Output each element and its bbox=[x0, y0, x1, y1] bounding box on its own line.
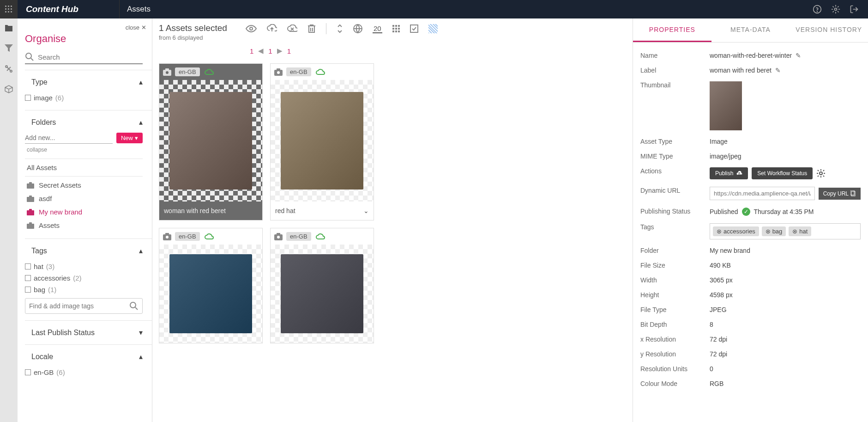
folder-item[interactable]: asdf bbox=[25, 192, 143, 205]
new-folder-button[interactable]: New ▾ bbox=[116, 133, 143, 143]
copy-url-button[interactable]: Copy URL bbox=[819, 188, 861, 200]
svg-point-14 bbox=[26, 53, 31, 59]
grid-view-icon[interactable] bbox=[392, 25, 400, 32]
asset-card[interactable]: en-GB red hat⌄ bbox=[270, 63, 374, 220]
tags-container[interactable]: ⊗accessories ⊗bag ⊗hat bbox=[710, 223, 861, 239]
page-next[interactable]: ▶ bbox=[277, 47, 283, 55]
remove-tag-icon: ⊗ bbox=[766, 228, 771, 235]
search-icon[interactable] bbox=[129, 301, 139, 311]
cloud-icon bbox=[205, 233, 214, 240]
page-first[interactable]: 1 bbox=[250, 47, 253, 55]
actions-gear-icon[interactable] bbox=[816, 169, 826, 178]
svg-rect-19 bbox=[27, 210, 34, 215]
dynamic-url-input[interactable] bbox=[710, 187, 815, 200]
section-last-publish[interactable]: Last Publish Status▾ bbox=[25, 323, 152, 342]
tag-search-input[interactable] bbox=[29, 302, 129, 310]
asset-name: red hat bbox=[275, 207, 295, 214]
chevron-down-icon[interactable]: ⌄ bbox=[363, 207, 369, 214]
workflow-button[interactable]: Set Workflow Status bbox=[752, 167, 813, 179]
edit-name-icon[interactable]: ✎ bbox=[796, 52, 801, 59]
svg-rect-21 bbox=[27, 224, 34, 229]
collapse-folders[interactable]: collapse bbox=[25, 146, 143, 157]
rail-filter-icon[interactable] bbox=[4, 43, 14, 54]
apps-menu-button[interactable] bbox=[0, 0, 18, 18]
locale-checkbox[interactable]: en-GB (6) bbox=[25, 367, 143, 378]
trash-icon[interactable] bbox=[307, 24, 316, 33]
type-image-checkbox[interactable]: image (6) bbox=[25, 92, 143, 104]
page-last[interactable]: 1 bbox=[287, 47, 291, 55]
remove-tag-icon: ⊗ bbox=[792, 228, 797, 235]
prop-resunits-label: Resolution Units bbox=[640, 365, 710, 373]
section-locale[interactable]: Locale▴ bbox=[25, 347, 152, 367]
tag-checkbox[interactable]: hat (3) bbox=[25, 261, 143, 272]
prop-height-label: Height bbox=[640, 291, 710, 299]
publish-button[interactable]: Publish bbox=[710, 167, 748, 179]
svg-rect-8 bbox=[11, 11, 12, 12]
asset-card[interactable]: en-GB bbox=[270, 228, 374, 343]
upload-icon[interactable] bbox=[267, 24, 277, 33]
prop-filetype-label: File Type bbox=[640, 306, 710, 313]
prop-folder-label: Folder bbox=[640, 247, 710, 254]
page-prev[interactable]: ◀ bbox=[258, 47, 264, 55]
section-tags[interactable]: Tags▴ bbox=[25, 241, 152, 261]
asset-card[interactable]: en-GB bbox=[159, 228, 263, 343]
asset-grid-area: 1 Assets selected from 6 displayed 20 1 … bbox=[152, 18, 633, 422]
camera-icon bbox=[163, 68, 171, 76]
cloud-delete-icon[interactable] bbox=[287, 24, 297, 33]
locale-chip: en-GB bbox=[286, 67, 311, 76]
tag-checkbox[interactable]: bag (1) bbox=[25, 284, 143, 295]
close-sidebar[interactable]: close ✕ bbox=[25, 24, 152, 31]
svg-rect-17 bbox=[27, 197, 34, 202]
logout-icon[interactable] bbox=[850, 5, 859, 14]
svg-point-47 bbox=[277, 236, 280, 239]
tag-checkbox[interactable]: accessories (2) bbox=[25, 272, 143, 284]
folder-item[interactable]: Secret Assets bbox=[25, 178, 143, 192]
prop-colour-value: RGB bbox=[710, 380, 861, 387]
folder-item[interactable]: Assets bbox=[25, 219, 143, 232]
sort-icon[interactable] bbox=[337, 24, 343, 33]
rail-folder-icon[interactable] bbox=[4, 23, 14, 33]
globe-icon[interactable] bbox=[353, 24, 362, 33]
svg-rect-1 bbox=[8, 6, 9, 7]
section-folders[interactable]: Folders▴ bbox=[25, 112, 152, 132]
settings-icon[interactable] bbox=[831, 5, 840, 14]
section-type[interactable]: Type▴ bbox=[25, 72, 152, 92]
cloud-icon bbox=[316, 69, 325, 75]
marquee-icon[interactable] bbox=[428, 24, 438, 33]
camera-icon bbox=[163, 233, 171, 240]
prop-actions-label: Actions bbox=[640, 167, 710, 179]
sidebar-search-input[interactable] bbox=[34, 53, 143, 61]
tag-chip[interactable]: ⊗hat bbox=[789, 226, 811, 236]
rail-tools-icon[interactable] bbox=[4, 64, 14, 74]
prop-height-value: 4598 px bbox=[710, 291, 861, 299]
svg-point-13 bbox=[10, 70, 12, 72]
prop-width-label: Width bbox=[640, 276, 710, 284]
rail-box-icon[interactable] bbox=[4, 84, 14, 94]
folder-item[interactable]: My new brand bbox=[25, 205, 143, 219]
page-size[interactable]: 20 bbox=[373, 24, 382, 33]
help-icon[interactable] bbox=[813, 5, 822, 14]
svg-rect-0 bbox=[5, 6, 6, 7]
displayed-count: from 6 displayed bbox=[159, 34, 227, 41]
edit-label-icon[interactable]: ✎ bbox=[775, 67, 781, 74]
svg-rect-28 bbox=[398, 25, 400, 27]
select-mode-icon[interactable] bbox=[410, 24, 418, 33]
folder-all-assets[interactable]: All Assets bbox=[25, 161, 143, 174]
add-folder-input[interactable] bbox=[25, 132, 113, 144]
chevron-down-icon: ▾ bbox=[139, 328, 143, 337]
svg-point-11 bbox=[835, 8, 837, 11]
svg-rect-33 bbox=[395, 31, 397, 32]
prop-folder-value: My new brand bbox=[710, 247, 861, 254]
tag-chip[interactable]: ⊗accessories bbox=[713, 226, 759, 236]
svg-rect-3 bbox=[5, 8, 6, 10]
prop-label-value: woman with red beret bbox=[710, 67, 772, 74]
tab-metadata[interactable]: META-DATA bbox=[711, 18, 790, 42]
tab-properties[interactable]: PROPERTIES bbox=[633, 18, 711, 42]
tab-version-history[interactable]: VERSION HISTORY bbox=[790, 18, 868, 42]
prop-yres-label: y Resolution bbox=[640, 350, 710, 358]
svg-rect-6 bbox=[5, 11, 6, 12]
asset-card[interactable]: en-GB woman with red beret bbox=[159, 63, 263, 220]
locale-chip: en-GB bbox=[286, 232, 311, 241]
preview-icon[interactable] bbox=[246, 24, 257, 33]
tag-chip[interactable]: ⊗bag bbox=[762, 226, 786, 236]
